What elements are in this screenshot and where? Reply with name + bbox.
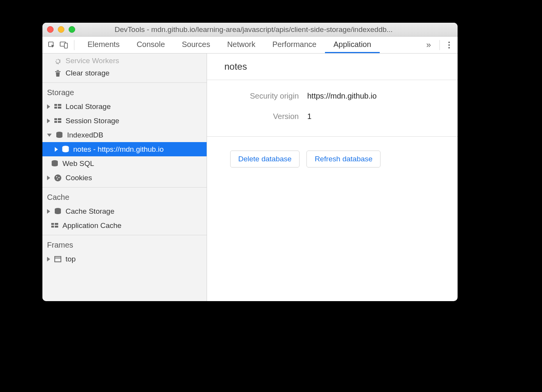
delete-database-button[interactable]: Delete database — [230, 151, 300, 168]
svg-rect-22 — [55, 226, 58, 228]
chevron-down-icon — [47, 134, 52, 137]
chevron-right-icon — [47, 119, 50, 123]
titlebar: DevTools - mdn.github.io/learning-area/j… — [42, 23, 458, 37]
sidebar-item-label: Service Workers — [66, 57, 119, 65]
panel-tabs: Elements Console Sources Network Perform… — [79, 37, 421, 53]
cookie-icon — [54, 174, 62, 182]
chevron-right-icon — [47, 104, 50, 109]
tab-sources[interactable]: Sources — [173, 37, 219, 53]
svg-point-16 — [59, 177, 60, 178]
security-origin-label: Security origin — [207, 92, 307, 101]
sidebar-section-cache: Cache — [42, 188, 207, 204]
sidebar-item-clear-storage[interactable]: Clear storage — [42, 66, 207, 80]
svg-point-15 — [56, 176, 57, 177]
panel-body: Service Workers Clear storage Storage Lo… — [42, 54, 458, 301]
gear-icon — [54, 57, 62, 65]
tab-elements[interactable]: Elements — [79, 37, 128, 53]
sidebar-item-label: Cache Storage — [66, 207, 114, 216]
svg-rect-19 — [51, 223, 54, 225]
svg-point-17 — [57, 178, 58, 179]
database-icon — [62, 146, 69, 153]
settings-menu-icon[interactable] — [444, 42, 454, 49]
sidebar-item-label: Local Storage — [66, 102, 111, 111]
security-origin-value: https://mdn.github.io — [307, 92, 377, 101]
sidebar-item-cache-storage[interactable]: Cache Storage — [42, 204, 207, 218]
devtools-toolbar: Elements Console Sources Network Perform… — [42, 37, 458, 54]
tab-console[interactable]: Console — [128, 37, 173, 53]
more-tabs-icon[interactable]: » — [422, 40, 435, 50]
sidebar-item-notes-db[interactable]: notes - https://mdn.github.io — [42, 142, 207, 156]
sidebar-item-label: Application Cache — [62, 221, 121, 230]
refresh-database-button[interactable]: Refresh database — [306, 151, 380, 168]
sidebar-item-label: IndexedDB — [67, 131, 103, 139]
close-window-button[interactable] — [47, 26, 54, 33]
database-name-header: notes — [207, 54, 458, 80]
sidebar-section-storage: Storage — [42, 83, 207, 99]
devtools-window: DevTools - mdn.github.io/learning-area/j… — [42, 23, 458, 301]
inspect-element-icon[interactable] — [46, 40, 57, 50]
chevron-right-icon — [55, 147, 58, 152]
sidebar-item-label: Clear storage — [66, 69, 109, 77]
svg-point-14 — [54, 174, 61, 181]
toolbar-separator — [439, 40, 440, 50]
svg-rect-9 — [54, 121, 57, 123]
maximize-window-button[interactable] — [69, 26, 75, 33]
tab-performance[interactable]: Performance — [264, 37, 325, 53]
tab-network[interactable]: Network — [219, 37, 264, 53]
svg-rect-8 — [58, 118, 61, 120]
svg-rect-5 — [54, 107, 57, 109]
sidebar-item-application-cache[interactable]: Application Cache — [42, 218, 207, 233]
frame-icon — [54, 255, 62, 263]
sidebar-item-indexeddb[interactable]: IndexedDB — [42, 128, 207, 142]
sidebar-item-web-sql[interactable]: Web SQL — [42, 156, 207, 171]
sidebar-item-local-storage[interactable]: Local Storage — [42, 99, 207, 114]
sidebar-item-session-storage[interactable]: Session Storage — [42, 114, 207, 128]
minimize-window-button[interactable] — [58, 26, 64, 33]
database-icon — [51, 160, 59, 168]
sidebar-item-cookies[interactable]: Cookies — [42, 171, 207, 185]
svg-rect-10 — [58, 121, 61, 123]
svg-rect-2 — [64, 43, 67, 48]
sidebar-item-label: Cookies — [66, 174, 92, 182]
svg-rect-7 — [54, 118, 57, 120]
database-actions: Delete database Refresh database — [207, 137, 458, 168]
sidebar-item-label: Web SQL — [62, 159, 94, 168]
chevron-right-icon — [47, 176, 50, 180]
application-sidebar: Service Workers Clear storage Storage Lo… — [42, 54, 207, 301]
svg-rect-4 — [58, 104, 61, 106]
svg-rect-21 — [51, 226, 54, 228]
database-icon — [56, 131, 63, 139]
device-toolbar-icon[interactable] — [59, 40, 69, 50]
chevron-right-icon — [47, 257, 50, 261]
sidebar-item-label: notes - https://mdn.github.io — [73, 145, 163, 154]
chevron-right-icon — [47, 209, 50, 214]
grid-icon — [54, 117, 62, 125]
toolbar-separator — [74, 40, 74, 50]
window-controls — [47, 26, 75, 33]
version-value: 1 — [307, 112, 311, 121]
window-title: DevTools - mdn.github.io/learning-area/j… — [81, 25, 453, 34]
trash-icon — [54, 69, 62, 77]
sidebar-item-service-workers[interactable]: Service Workers — [42, 54, 207, 66]
sidebar-item-label: top — [66, 255, 76, 263]
svg-rect-23 — [55, 256, 61, 262]
svg-rect-6 — [58, 107, 61, 109]
sidebar-section-frames: Frames — [42, 235, 207, 252]
tab-application[interactable]: Application — [325, 37, 380, 53]
sidebar-item-label: Session Storage — [66, 117, 119, 125]
database-info: Security origin https://mdn.github.io Ve… — [207, 80, 458, 137]
grid-icon — [54, 103, 62, 111]
grid-icon — [51, 222, 59, 230]
sidebar-item-top-frame[interactable]: top — [42, 252, 207, 266]
database-icon — [54, 208, 62, 215]
svg-rect-3 — [54, 104, 57, 106]
svg-rect-20 — [55, 223, 58, 225]
version-label: Version — [207, 112, 307, 121]
main-panel: notes Security origin https://mdn.github… — [207, 54, 458, 301]
